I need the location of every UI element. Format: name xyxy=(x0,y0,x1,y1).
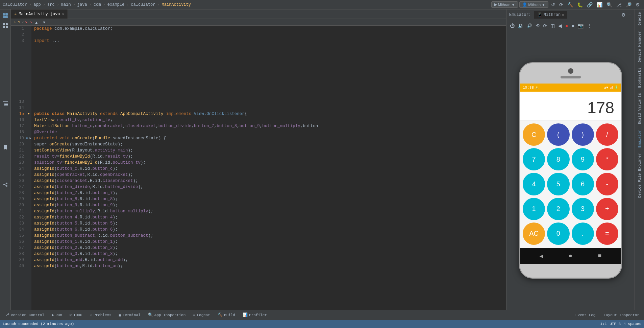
bottom-tab-profiler[interactable]: 📊 Profiler xyxy=(239,311,270,319)
emulator-tab-close[interactable]: ✕ xyxy=(562,13,564,17)
rotate-btn[interactable]: ⟲ xyxy=(535,22,540,29)
calc-btn-close[interactable]: ) xyxy=(572,123,594,146)
calc-btn-4[interactable]: 4 xyxy=(523,173,545,195)
bottom-tab-version-control[interactable]: ⎇ Version Control xyxy=(1,311,48,319)
svg-rect-4 xyxy=(6,23,8,25)
sidebar-project-icon[interactable] xyxy=(1,11,10,20)
vcs-btn[interactable]: ⎇ xyxy=(615,1,623,8)
emulator-settings-btn[interactable]: ⚙ xyxy=(621,11,626,18)
calculator-buttons[interactable]: C ( ) / 7 8 9 * 4 5 6 - xyxy=(520,121,621,248)
sidebar-device-file-explorer-tab[interactable]: Device File Explorer xyxy=(636,150,643,201)
bottom-tab-terminal[interactable]: ▣ Terminal xyxy=(116,311,144,319)
calc-btn-0[interactable]: 0 xyxy=(547,222,569,245)
sidebar-gradle-tab[interactable]: Gradle xyxy=(636,9,643,28)
calc-btn-7[interactable]: 7 xyxy=(523,148,545,170)
breadcrumb-app[interactable]: app xyxy=(33,2,41,7)
warning-nav-up[interactable]: ▲ xyxy=(33,20,40,25)
record-btn[interactable]: ● xyxy=(565,22,569,29)
status-encoding: UTF-8 xyxy=(610,322,621,326)
calc-btn-2[interactable]: 2 xyxy=(547,198,569,220)
tabs-bar: ☕ MainActivity.java ✕ xyxy=(11,9,506,19)
bottom-tab-logcat[interactable]: ≡ Logcat xyxy=(190,311,214,319)
phone-home-icon[interactable]: ● xyxy=(569,253,572,259)
volume-down-btn[interactable]: 🔉 xyxy=(517,22,524,29)
sync-all-btn[interactable]: ⟳ xyxy=(558,1,565,8)
sidebar-build-variants-tab[interactable]: Build Variants xyxy=(636,90,643,127)
screenshot-btn[interactable]: 📷 xyxy=(577,22,584,29)
profile-btn[interactable]: 📊 xyxy=(595,1,604,8)
search-everywhere-btn[interactable]: 🔎 xyxy=(624,1,633,8)
calc-btn-1[interactable]: 1 xyxy=(523,198,545,220)
bottom-tab-todo[interactable]: ☑ TODO xyxy=(66,311,86,319)
back-btn[interactable]: ◀ xyxy=(558,22,563,29)
calc-btn-9[interactable]: 9 xyxy=(572,148,594,170)
build-tab-icon: 🔨 xyxy=(218,312,223,318)
bottom-tab-event-log[interactable]: Event Log xyxy=(572,312,599,319)
phone-overview-icon[interactable]: ■ xyxy=(598,253,601,259)
volume-up-btn[interactable]: 🔊 xyxy=(526,23,533,29)
run-inspection-btn[interactable]: 🔍 xyxy=(605,1,614,8)
emulator-label: Emulator: xyxy=(509,13,531,17)
sync-btn[interactable]: ↺ xyxy=(550,1,556,8)
fold-btn[interactable]: ◫ xyxy=(550,22,555,29)
calc-btn-equals[interactable]: = xyxy=(596,222,618,245)
breadcrumb-com[interactable]: com xyxy=(94,2,101,7)
calc-btn-8[interactable]: 8 xyxy=(547,148,569,170)
breadcrumb-main[interactable]: main xyxy=(61,2,71,7)
status-line-col: 1:1 xyxy=(600,322,607,326)
breadcrumb-src[interactable]: src xyxy=(47,2,55,7)
bottom-bar: ⎇ Version Control ▶ Run ☑ TODO ⚠ Problem… xyxy=(0,310,644,320)
attach-debugger-btn[interactable]: 🔗 xyxy=(586,1,594,8)
tab-mainactivity[interactable]: ☕ MainActivity.java ✕ xyxy=(11,9,68,19)
bottom-tab-run[interactable]: ▶ Run xyxy=(48,311,66,319)
emulator-device-tab[interactable]: 📱 Mithran ✕ xyxy=(534,11,567,19)
phone-nav-bar[interactable]: ◀ ● ■ xyxy=(520,248,621,264)
bottom-tab-problems[interactable]: ⚠ Problems xyxy=(86,311,115,319)
sidebar-bookmarks-tab[interactable]: Bookmarks xyxy=(636,65,643,90)
bottom-tab-build[interactable]: 🔨 Build xyxy=(214,311,239,319)
sidebar-structure-icon[interactable] xyxy=(1,99,10,108)
sidebar-bookmarks-icon[interactable] xyxy=(1,143,10,152)
user-account-btn[interactable]: 👤 Mithran ▼ xyxy=(519,1,548,8)
breadcrumb-calculator[interactable]: Calculator xyxy=(3,2,27,7)
calc-btn-subtract[interactable]: - xyxy=(596,173,618,195)
calc-btn-open[interactable]: ( xyxy=(547,123,569,146)
build-btn[interactable]: 🔨 xyxy=(566,1,574,8)
bottom-tab-app-inspection[interactable]: 🔍 App Inspection xyxy=(145,311,189,319)
tab-close-btn[interactable]: ✕ xyxy=(62,12,65,16)
calc-btn-6[interactable]: 6 xyxy=(572,173,594,195)
editor-body[interactable]: 1 2 3 4 5 6 7 8 9 10 11 12 13 14 15 16 1… xyxy=(11,26,506,310)
phone-back-icon[interactable]: ◀ xyxy=(540,252,543,260)
emulator-minimize-btn[interactable]: − xyxy=(628,11,632,18)
calc-btn-dot[interactable]: . xyxy=(572,222,594,245)
sidebar-emulator-tab[interactable]: Emulator xyxy=(636,127,643,150)
run-config-dropdown[interactable]: ▶ Mithran ▼ xyxy=(491,1,518,8)
debug-btn[interactable]: 🐛 xyxy=(576,1,584,8)
stop-btn[interactable]: ■ xyxy=(571,22,575,29)
profiler-icon: 📊 xyxy=(243,312,248,318)
power-btn[interactable]: ⏻ xyxy=(509,22,515,29)
more-options-btn[interactable]: ⋮ xyxy=(586,22,592,29)
code-editor[interactable]: package com.example.calculator; import .… xyxy=(31,26,506,310)
calc-btn-multiply[interactable]: * xyxy=(596,148,618,170)
breadcrumb-mainactivity[interactable]: MainActivity xyxy=(162,2,191,7)
calc-btn-c[interactable]: C xyxy=(523,123,545,146)
settings-btn[interactable]: ⚙ xyxy=(634,1,641,8)
breadcrumb-calculator2[interactable]: calculator xyxy=(131,2,155,7)
svg-rect-9 xyxy=(4,104,8,105)
calc-btn-5[interactable]: 5 xyxy=(547,173,569,195)
calc-btn-ac[interactable]: AC xyxy=(523,222,545,245)
warning-nav-down[interactable]: ▼ xyxy=(41,20,47,25)
sidebar-resource-manager-icon[interactable] xyxy=(1,21,10,30)
calc-btn-divide[interactable]: / xyxy=(596,123,618,146)
sidebar-device-manager-tab[interactable]: Device Manager xyxy=(636,28,643,65)
calc-btn-add[interactable]: + xyxy=(596,198,618,220)
calc-btn-3[interactable]: 3 xyxy=(572,198,594,220)
bottom-tab-layout-inspector[interactable]: Layout Inspector xyxy=(600,312,643,319)
status-bar: Launch succeeded (2 minutes ago) 1:1 UTF… xyxy=(0,320,644,328)
wifi-icon: ▲▼ xyxy=(604,86,608,90)
breadcrumb-java[interactable]: java xyxy=(77,2,87,7)
breadcrumb-example[interactable]: example xyxy=(107,2,124,7)
rotate-right-btn[interactable]: ⟳ xyxy=(542,22,548,29)
sidebar-build-variants-icon[interactable] xyxy=(1,180,10,189)
